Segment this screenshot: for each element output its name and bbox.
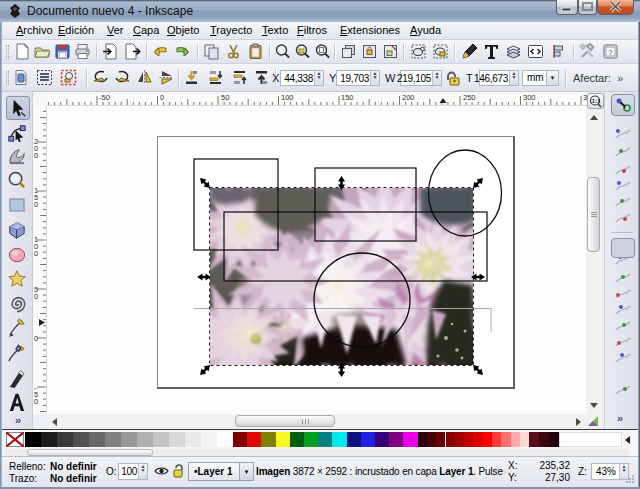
svg-text:300: 300	[523, 93, 536, 102]
svg-text:?: ?	[608, 48, 613, 57]
svg-text:0: 0	[34, 151, 38, 160]
svg-text:0: 0	[34, 249, 38, 258]
svg-text:100: 100	[281, 93, 294, 102]
svg-text:0: 0	[160, 93, 164, 102]
svg-text:200: 200	[402, 93, 415, 102]
svg-text:0: 0	[34, 200, 38, 209]
svg-text:-50: -50	[99, 93, 110, 102]
svg-text:1:1: 1:1	[592, 98, 601, 104]
svg-text:0: 0	[34, 397, 38, 406]
svg-text:0: 0	[34, 292, 38, 301]
svg-text:150: 150	[341, 93, 354, 102]
svg-text:50: 50	[221, 93, 229, 102]
svg-text:250: 250	[463, 93, 476, 102]
svg-text:0: 0	[34, 334, 38, 343]
